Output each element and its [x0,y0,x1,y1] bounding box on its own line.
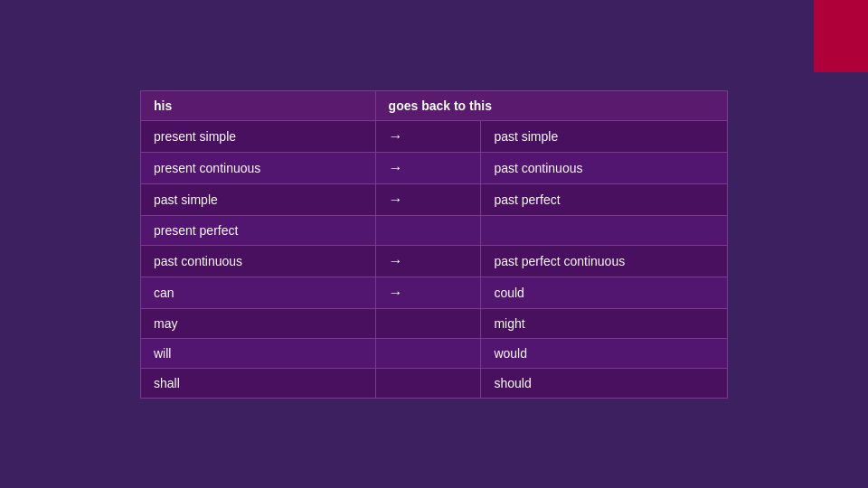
cell-right: past continuous [481,152,728,183]
table-row: present perfect [141,215,728,245]
table-row: shallshould [141,368,728,398]
cell-right: could [481,277,728,308]
grammar-table: his goes back to this present simple→pas… [140,90,728,399]
table-row: present simple→past simple [141,120,728,152]
cell-left: shall [141,368,376,398]
cell-left: past continuous [141,245,376,277]
cell-arrow [375,368,481,398]
table-row: past continuous→past perfect continuous [141,245,728,277]
cell-arrow: → [375,277,481,308]
cell-arrow: → [375,183,481,215]
cell-arrow: → [375,152,481,183]
cell-arrow: → [375,120,481,152]
table-row: present continuous→past continuous [141,152,728,183]
header-col2: goes back to this [375,90,727,120]
cell-left: present continuous [141,152,376,183]
header-col1: his [141,90,376,120]
table-row: maymight [141,308,728,338]
cell-right: should [481,368,728,398]
cell-right [481,215,728,245]
table-row: past simple→past perfect [141,183,728,215]
cell-arrow [375,338,481,368]
cell-right: would [481,338,728,368]
cell-right: might [481,308,728,338]
table-row: willwould [141,338,728,368]
cell-arrow [375,215,481,245]
cell-left: will [141,338,376,368]
cell-left: can [141,277,376,308]
table-row: can→could [141,277,728,308]
cell-left: present perfect [141,215,376,245]
cell-left: may [141,308,376,338]
bg-decoration [814,0,868,72]
cell-left: present simple [141,120,376,152]
table-wrapper: his goes back to this present simple→pas… [140,90,728,399]
cell-right: past perfect [481,183,728,215]
cell-right: past simple [481,120,728,152]
cell-right: past perfect continuous [481,245,728,277]
cell-arrow [375,308,481,338]
cell-arrow: → [375,245,481,277]
cell-left: past simple [141,183,376,215]
